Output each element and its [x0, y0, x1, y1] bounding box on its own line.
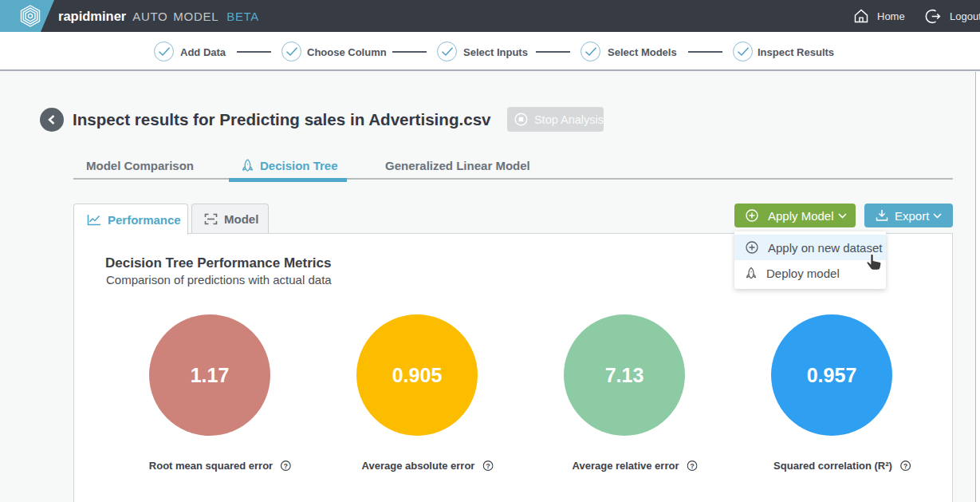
- svg-text:?: ?: [903, 462, 907, 470]
- svg-text:?: ?: [486, 462, 490, 470]
- svg-text:?: ?: [284, 462, 288, 470]
- svg-text:?: ?: [690, 462, 694, 470]
